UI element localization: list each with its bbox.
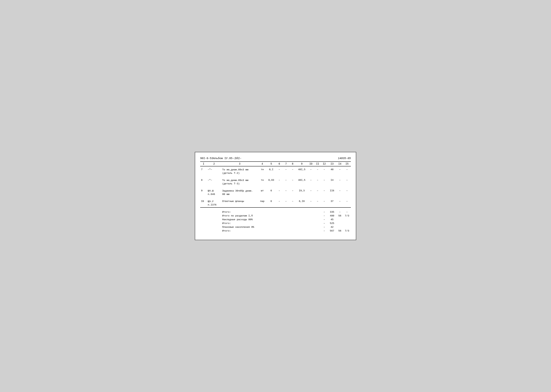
s4-c15 xyxy=(343,221,351,225)
summary-row-1: Итого: – 335 – – xyxy=(200,210,351,214)
s3-c9 xyxy=(296,217,308,221)
row-8-col10: – xyxy=(308,177,314,186)
s6-c15: 7/3 xyxy=(343,229,351,233)
s3-c11 xyxy=(314,217,321,221)
s2-c8 xyxy=(289,214,296,217)
s2-c12: – xyxy=(321,214,327,217)
s4-label: Итого: xyxy=(221,221,258,225)
col-header-2: 2 xyxy=(207,161,221,166)
s6-c11 xyxy=(314,229,321,233)
table-row: 7 –"– То же,диам.89x3 мм(деталь Т-2) тн … xyxy=(200,166,351,175)
s3-c10 xyxy=(308,217,314,221)
s2-c4 xyxy=(258,214,267,217)
row-7-col7: – xyxy=(283,166,289,175)
s5-c6 xyxy=(276,225,283,229)
row-10-col11: – xyxy=(314,198,321,208)
row-9-col1: 9 xyxy=(200,188,207,197)
row-7-col8: – xyxy=(289,166,296,175)
s1-c14: – xyxy=(337,210,343,214)
row-9-col3: Задвижка 30ч6бр диам.80 мм xyxy=(221,188,258,197)
col-header-7: 7 xyxy=(283,161,289,166)
s6-c9 xyxy=(296,229,308,233)
row-10-col15: – xyxy=(343,198,351,208)
row-7-col14: – xyxy=(337,166,343,175)
row-7-col10: – xyxy=(308,166,314,175)
doc-num: 14835-05 xyxy=(338,157,351,160)
s3-c7 xyxy=(283,217,289,221)
row-7-col13: 48 xyxy=(327,166,337,175)
row-9-col9: I9,3 xyxy=(296,188,308,197)
s1-c2 xyxy=(207,210,221,214)
row-8-col5: 0,03 xyxy=(267,177,276,186)
separator-row xyxy=(200,208,351,210)
col-header-5: 5 xyxy=(267,161,276,166)
s4-c8 xyxy=(289,221,296,225)
row-7-col6: – xyxy=(276,166,283,175)
s2-c10 xyxy=(308,214,314,217)
s2-c9 xyxy=(296,214,308,217)
s4-c1 xyxy=(200,221,207,225)
s3-c6 xyxy=(276,217,283,221)
row-9-col5: 6 xyxy=(267,188,276,197)
s5-c4 xyxy=(258,225,267,229)
s5-c2 xyxy=(207,225,221,229)
s1-label: Итого: xyxy=(221,210,258,214)
s5-c13: 42 xyxy=(327,225,337,229)
row-9-col7: – xyxy=(283,188,289,197)
row-7-col3: То же,диам.89x3 мм(деталь Т-2) xyxy=(221,166,258,175)
row-10-col6: – xyxy=(276,198,283,208)
row-7-col1: 7 xyxy=(200,166,207,175)
row-10-col9: 6,I8 xyxy=(296,198,308,208)
col-header-3: 3 xyxy=(221,161,258,166)
row-9-col10: – xyxy=(308,188,314,197)
s6-c6 xyxy=(276,229,283,233)
s5-c7 xyxy=(283,225,289,229)
s2-c11 xyxy=(314,214,321,217)
s6-c14: 56 xyxy=(337,229,343,233)
s6-label: Итого: xyxy=(221,229,258,233)
s5-c9 xyxy=(296,225,308,229)
s1-c4 xyxy=(258,210,267,214)
row-8-col1: 8 xyxy=(200,177,207,186)
row-10-col2: ЩЧ.Уп.I376 xyxy=(207,198,221,208)
row-8-col13: I4 xyxy=(327,177,337,186)
page-number: -161- xyxy=(233,157,242,160)
row-9-col14: – xyxy=(337,188,343,197)
s4-c9 xyxy=(296,221,308,225)
col-header-12: I2 xyxy=(321,161,327,166)
s4-c6 xyxy=(276,221,283,225)
s3-label: Накладные расходы 80% xyxy=(221,217,258,221)
s3-c8 xyxy=(289,217,296,221)
s6-c12: – xyxy=(321,229,327,233)
col-header-10: IO xyxy=(308,161,314,166)
s1-c1 xyxy=(200,210,207,214)
column-headers: I 2 3 4 5 6 7 8 9 IO II I2 I3 I4 I5 xyxy=(200,161,351,166)
s4-c14 xyxy=(337,221,343,225)
row-10-col8: – xyxy=(289,198,296,208)
s5-c14 xyxy=(337,225,343,229)
row-10-col14: – xyxy=(337,198,343,208)
row-7-col15: – xyxy=(343,166,351,175)
row-8-col15: – xyxy=(343,177,351,186)
main-table: I 2 3 4 5 6 7 8 9 IO II I2 I3 I4 I5 7 –"… xyxy=(200,161,351,232)
col-header-13: I3 xyxy=(327,161,337,166)
row-10-col3: Ответные фланцы xyxy=(221,198,258,208)
s2-c2 xyxy=(207,214,221,217)
s3-c4 xyxy=(258,217,267,221)
doc-number: 90I-6-53 xyxy=(200,157,213,160)
row-8-col9: 48I,5 xyxy=(296,177,308,186)
s5-label: Плановые накопления 8% xyxy=(221,225,258,229)
s6-c7 xyxy=(283,229,289,233)
s4-c10 xyxy=(308,221,314,225)
s2-label: Итого по разделам I,П xyxy=(221,214,258,217)
s6-c1 xyxy=(200,229,207,233)
row-9-col15: – xyxy=(343,188,351,197)
s6-c4 xyxy=(258,229,267,233)
summary-row-3: Накладные расходы 80% – 45 xyxy=(200,217,351,221)
col-header-9: 9 xyxy=(296,161,308,166)
s2-c1 xyxy=(200,214,207,217)
header: 90I-6-53 Альбом IУ.85 -161- 14835-05 xyxy=(200,157,351,160)
s1-c10 xyxy=(308,210,314,214)
row-9-col8: – xyxy=(289,188,296,197)
row-8-col11: – xyxy=(314,177,321,186)
